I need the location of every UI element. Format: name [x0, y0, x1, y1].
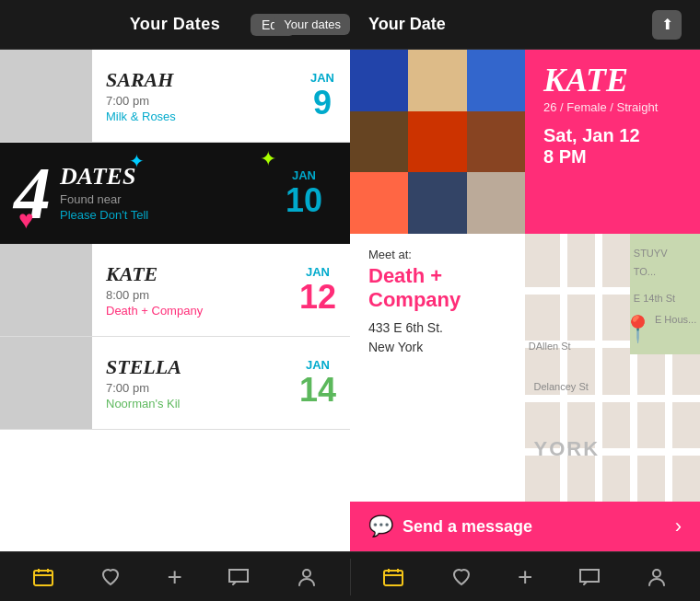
featured-venue: Please Don't Tell [60, 208, 272, 222]
tab-add-right[interactable]: + [508, 558, 542, 596]
tab-add-left[interactable]: + [158, 558, 192, 596]
right-tab-half: + [351, 552, 701, 601]
kate-date: JAN 12 [286, 265, 350, 316]
kate-profile-details: 26 / Female / Straight [543, 100, 682, 114]
meet-at-label: Meet at: [368, 248, 507, 261]
map-label-delancey: Delancey St [534, 381, 589, 392]
tab-calendar-left[interactable] [23, 562, 64, 592]
kate-profile-date: Sat, Jan 12 [543, 125, 682, 146]
kate-photo-mosaic [350, 50, 525, 234]
your-dates-button[interactable]: Your dates [274, 14, 350, 35]
meet-at-venue: Death + Company [368, 264, 507, 313]
stella-thumb [0, 337, 92, 429]
svg-rect-5 [384, 571, 402, 585]
kate-profile-time: 8 PM [543, 146, 682, 168]
right-panel-header: Your Date ⬆ [350, 0, 700, 49]
meet-at-section: Meet at: Death + Company 433 E 6th St. N… [350, 234, 525, 502]
tab-heart-right[interactable] [441, 562, 482, 592]
right-top-area: KATE 26 / Female / Straight Sat, Jan 12 … [350, 50, 700, 234]
stella-time: 7:00 pm [106, 381, 272, 395]
tab-message-left[interactable] [218, 562, 259, 592]
svg-point-4 [303, 570, 310, 577]
send-message-text: Send a message [402, 517, 532, 537]
featured-month: JAN [286, 168, 322, 182]
tab-profile-right[interactable] [636, 562, 677, 592]
kate-venue: Death + Company [106, 304, 272, 318]
svg-rect-0 [34, 571, 52, 585]
sarah-info: SARAH 7:00 pm Milk & Roses [92, 59, 295, 133]
main-content: SARAH 7:00 pm Milk & Roses JAN 9 ✦ ✦ ♥ 4… [0, 50, 700, 551]
stella-info: STELLA 7:00 pm Noorman's Kil [92, 346, 286, 420]
featured-date: JAN 10 [272, 168, 336, 219]
right-header-title: Your Date [368, 15, 446, 34]
stella-date: JAN 14 [286, 358, 350, 409]
tab-profile-left[interactable] [286, 562, 327, 592]
top-header: Your Dates Edit Your dates Your Date ⬆ [0, 0, 700, 50]
kate-name: KATE [106, 262, 272, 286]
map-background: STUYV TO... E 14th St DAllen St Delancey… [525, 234, 700, 502]
tab-message-right[interactable] [569, 562, 610, 592]
map-label-town: TO... [634, 266, 656, 277]
send-message-left: 💬 Send a message [368, 514, 532, 538]
featured-number: 4 [14, 156, 51, 230]
tab-calendar-right[interactable] [373, 562, 414, 592]
sarah-month: JAN [309, 71, 336, 85]
map-label-allen: DAllen St [529, 341, 571, 352]
featured-title: DATES [60, 165, 272, 189]
meet-map-area: Meet at: Death + Company 433 E 6th St. N… [350, 234, 700, 502]
left-tab-half: + [0, 552, 350, 601]
list-item[interactable]: SARAH 7:00 pm Milk & Roses JAN 9 [0, 50, 350, 143]
stella-day: 14 [299, 372, 336, 409]
map-label-east: E Hous... [655, 314, 696, 325]
kate-month: JAN [299, 265, 336, 279]
right-panel: KATE 26 / Female / Straight Sat, Jan 12 … [350, 50, 700, 551]
list-item[interactable]: KATE 8:00 pm Death + Company JAN 12 [0, 244, 350, 337]
stella-name: STELLA [106, 355, 272, 379]
sarah-name: SARAH [106, 68, 281, 92]
tab-heart-left[interactable] [90, 562, 131, 592]
map-pin: 📍 [622, 314, 654, 344]
sarah-venue: Milk & Roses [106, 110, 281, 123]
send-message-chevron: › [675, 514, 682, 538]
featured-text: DATES Found near Please Don't Tell [60, 165, 272, 222]
map-label-york: YORK [534, 437, 601, 461]
map-area: STUYV TO... E 14th St DAllen St Delancey… [525, 234, 700, 502]
kate-profile-name: KATE [543, 64, 682, 97]
left-panel: SARAH 7:00 pm Milk & Roses JAN 9 ✦ ✦ ♥ 4… [0, 50, 350, 551]
meet-at-address: 433 E 6th St. New York [368, 318, 507, 357]
left-header-title: Your Dates [130, 15, 221, 34]
share-icon: ⬆ [661, 16, 673, 33]
sarah-date: JAN 9 [295, 71, 350, 121]
sarah-thumb [0, 50, 92, 142]
stella-month: JAN [299, 358, 336, 372]
left-panel-header: Your Dates Edit Your dates [0, 0, 350, 49]
svg-point-9 [653, 570, 660, 577]
send-message-bar[interactable]: 💬 Send a message › [350, 502, 700, 551]
bottom-tab-bar: + + [0, 551, 700, 601]
map-label-stuyvesant: STUYV [634, 248, 668, 259]
kate-day: 12 [299, 279, 336, 316]
sarah-day: 9 [309, 85, 336, 121]
map-label-e14th: E 14th St [634, 293, 675, 304]
sarah-time: 7:00 pm [106, 94, 281, 108]
kate-info: KATE 8:00 pm Death + Company [92, 253, 286, 327]
featured-banner[interactable]: ✦ ✦ ♥ 4 DATES Found near Please Don't Te… [0, 143, 350, 244]
chat-icon: 💬 [368, 514, 393, 538]
kate-profile: KATE 26 / Female / Straight Sat, Jan 12 … [525, 50, 700, 234]
featured-sub: Found near [60, 192, 272, 206]
kate-time: 8:00 pm [106, 288, 272, 302]
list-item[interactable]: STELLA 7:00 pm Noorman's Kil JAN 14 [0, 337, 350, 430]
stella-venue: Noorman's Kil [106, 397, 272, 410]
share-button[interactable]: ⬆ [652, 10, 682, 40]
featured-day: 10 [286, 182, 322, 219]
kate-thumb [0, 244, 92, 336]
